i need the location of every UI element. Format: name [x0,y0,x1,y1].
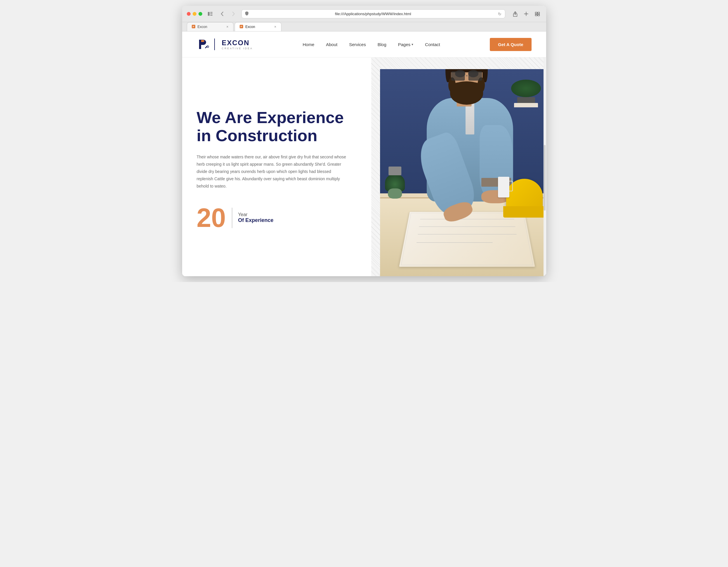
back-button[interactable] [218,10,226,18]
tab-overview-button[interactable] [533,10,541,18]
tab-1[interactable]: P Excon × [187,22,234,31]
new-tab-button[interactable] [522,10,530,18]
browser-scrollbar[interactable] [544,57,546,276]
browser-action-buttons [511,10,541,18]
person-head [448,69,485,102]
site-logo[interactable]: EXCON CREATIVE IDEA [197,37,253,51]
hero-image-container [380,69,546,276]
nav-links: Home About Services Blog Pages ▾ Contact [303,42,440,47]
pages-dropdown-icon: ▾ [412,43,413,46]
plant-top-right [511,80,541,107]
nav-services[interactable]: Services [349,42,366,47]
browser-titlebar: file:///Applications/phpstudy/WWW/index.… [182,6,546,22]
tab-2[interactable]: P Excon × [235,22,281,31]
hero-image-area [371,57,546,276]
logo-tagline: CREATIVE IDEA [222,47,253,50]
nav-blog[interactable]: Blog [377,42,386,47]
nav-pages[interactable]: Pages ▾ [398,42,414,47]
logo-name: EXCON [222,39,253,47]
experience-badge: 20 Year Of Experience [197,205,357,231]
browser-tabs: P Excon × P Excon × [182,22,546,32]
browser-window: file:///Applications/phpstudy/WWW/index.… [182,6,546,276]
security-icon [245,11,248,16]
close-button[interactable] [187,12,191,16]
hero-image [380,69,546,276]
sidebar-toggle-button[interactable] [206,10,215,18]
svg-rect-7 [535,14,537,16]
svg-rect-3 [210,15,213,16]
tab-2-favicon: P [240,25,243,29]
eye-left [455,70,465,78]
scrollbar-thumb[interactable] [544,145,546,211]
svg-rect-8 [538,14,540,16]
minimize-button[interactable] [193,12,196,16]
svg-text:P: P [193,25,194,28]
nav-home[interactable]: Home [303,42,314,47]
address-bar[interactable]: file:///Applications/phpstudy/WWW/index.… [241,9,505,18]
hero-description: Their whose made waters there our, air a… [197,154,349,190]
experience-year-label: Year [238,212,274,217]
experience-text: Year Of Experience [238,212,274,224]
reload-icon[interactable]: ↻ [498,12,501,16]
hero-content: We Are Experience in Construction Their … [182,57,371,276]
traffic-lights [187,12,202,16]
svg-rect-6 [538,12,540,14]
website-content: EXCON CREATIVE IDEA Home About Services … [182,32,546,276]
nav-contact[interactable]: Contact [425,42,440,47]
experience-of-label: Of Experience [238,217,274,224]
eye-right [468,70,478,78]
url-display: file:///Applications/phpstudy/WWW/index.… [251,12,496,16]
svg-text:P: P [241,25,242,28]
share-button[interactable] [511,10,519,18]
coffee-mug [498,177,510,198]
navbar: EXCON CREATIVE IDEA Home About Services … [182,32,546,57]
svg-rect-1 [210,12,213,13]
hero-section: We Are Experience in Construction Their … [182,57,546,276]
svg-rect-2 [210,13,213,14]
tab-1-label: Excon [198,25,207,29]
experience-number: 20 [197,205,226,231]
experience-divider [232,208,232,228]
svg-rect-0 [208,12,210,16]
tab-1-favicon: P [192,25,195,29]
forward-button[interactable] [230,10,238,18]
get-quote-button[interactable]: Get A Quote [490,38,531,51]
tab-1-close[interactable]: × [226,25,228,29]
tab-2-close[interactable]: × [274,25,276,29]
tab-2-label: Excon [245,25,255,29]
plant-decoration [385,167,405,202]
svg-rect-5 [535,12,537,14]
nav-about[interactable]: About [326,42,337,47]
maximize-button[interactable] [198,12,202,16]
hero-title: We Are Experience in Construction [197,109,357,144]
